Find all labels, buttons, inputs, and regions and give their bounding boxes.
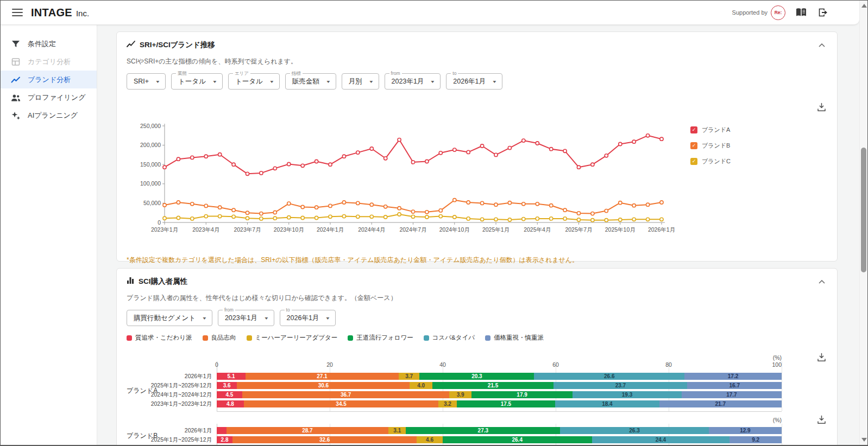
bar-segment-value: 27.3 — [478, 428, 488, 434]
bar-segment-value: 3.1 — [393, 428, 401, 434]
bar-segment-value: 34.5 — [336, 401, 346, 407]
bar-rows: ブランドB2026年1月28.73.127.326.312.92025年1月~2… — [217, 424, 782, 445]
table-row: 2025年1月~2025年12月3.630.64.021.523.716.7 — [217, 382, 782, 389]
segment-legend-item-4: コスパ&タイパ — [424, 334, 475, 342]
dropdown-floating-label: エリア — [233, 71, 250, 76]
supported-by-logo: Re: — [771, 5, 785, 20]
dropdown-selected-value: トータル — [235, 77, 263, 86]
trend-filter-dropdown-3[interactable]: 指標販売金額▼ — [285, 73, 336, 90]
bar-segment-value: 28.7 — [302, 428, 312, 434]
bar-segment: 24.4 — [592, 436, 730, 443]
sidebar-item-conditions[interactable]: 条件設定 — [1, 35, 97, 53]
collapse-chevron-up-icon[interactable] — [816, 39, 827, 51]
attr-filter-dropdown-2[interactable]: to2026年1月▼ — [280, 310, 336, 326]
sidebar-item-brand-analysis[interactable]: ブランド分析 — [1, 71, 97, 88]
bar-row-period-label: 2025年1月~2025年12月 — [151, 436, 212, 444]
axis-tick-label: 40 — [439, 361, 446, 368]
segment-legend-label: 王道流行フォロワー — [356, 334, 413, 342]
collapse-chevron-up-icon[interactable] — [816, 275, 827, 288]
download-icon[interactable] — [816, 352, 827, 365]
chevron-down-icon: ▼ — [269, 80, 274, 84]
bar-chart-title-icon — [127, 277, 134, 286]
bar-segment: 32.6 — [232, 436, 417, 443]
bar-segment-value: 21.5 — [488, 383, 498, 388]
line-chart-legend: ✓ブランドA✓ブランドB✓ブランドC — [690, 126, 731, 237]
bar-segment-value: 4.5 — [225, 392, 233, 398]
bar-segment-value: 3.2 — [444, 401, 451, 407]
logout-icon[interactable] — [817, 7, 829, 18]
trend-filter-dropdown-4[interactable]: 月別▼ — [342, 73, 379, 90]
legend-item-ブランドB[interactable]: ✓ブランドB — [690, 142, 731, 150]
segment-legend-item-1: 良品志向 — [203, 334, 236, 342]
attr-filter-dropdown-1[interactable]: from2023年1月▼ — [218, 310, 274, 326]
chevron-down-icon: ▼ — [263, 316, 269, 320]
bar-segment: 17.5 — [457, 400, 556, 407]
trend-filter-dropdown-1[interactable]: 業態トータル▼ — [171, 73, 223, 90]
bar-segment-value: 12.9 — [740, 428, 750, 434]
bar-segment-value: 4.8 — [227, 401, 234, 407]
filter-funnel-icon — [11, 39, 21, 49]
bar-segment: 3.1 — [388, 427, 406, 434]
scrollbar-down-arrow[interactable] — [861, 438, 867, 442]
dropdown-selected-value: 2023年1月 — [225, 314, 257, 323]
segment-color-swatch — [348, 335, 353, 341]
hamburger-menu-icon[interactable] — [12, 9, 23, 16]
app-window: INTAGE Inc. Supported by Re: 条件設定 — [0, 0, 868, 446]
svg-text:2024年7月: 2024年7月 — [399, 226, 426, 233]
sidebar-item-label: 条件設定 — [28, 39, 56, 49]
dropdown-floating-label: 業態 — [176, 71, 188, 76]
attribute-filter-row: 購買行動セグメント▼from2023年1月▼to2026年1月▼ — [127, 310, 827, 326]
legend-checkbox-icon: ✓ — [690, 142, 697, 149]
bar-segment: 4.8 — [217, 400, 244, 407]
segment-legend-label: ミーハーアーリーアダプター — [255, 334, 338, 342]
dropdown-floating-label: from — [389, 71, 402, 76]
bar-rows: ブランドA2026年1月5.127.13.720.326.617.22025年1… — [217, 369, 782, 411]
trend-filter-dropdown-2[interactable]: エリアトータル▼ — [228, 73, 280, 90]
trend-filter-dropdown-0[interactable]: SRI+▼ — [127, 73, 166, 90]
sidebar-item-profiling[interactable]: プロファイリング — [1, 88, 97, 106]
line-chart-svg: 050,000100,000150,000200,000250,0002023年… — [127, 120, 675, 234]
supported-by: Supported by Re: — [732, 5, 785, 20]
trend-filter-dropdown-5[interactable]: from2023年1月▼ — [385, 73, 441, 90]
bar-segment: 27.1 — [246, 373, 399, 380]
attr-filter-dropdown-0[interactable]: 購買行動セグメント▼ — [127, 310, 212, 326]
sidebar-item-label: AIプランニング — [28, 111, 78, 120]
bar-segment: 4.6 — [417, 436, 443, 443]
sidebar-item-ai-planning[interactable]: AIプランニング — [1, 106, 97, 124]
legend-label: ブランドC — [702, 157, 731, 165]
sidebar-item-label: ブランド分析 — [28, 75, 71, 85]
scrollbar-thumb[interactable] — [861, 148, 866, 272]
scrollbar-up-arrow[interactable] — [861, 4, 867, 8]
svg-text:2025年10月: 2025年10月 — [605, 226, 636, 233]
bar-segment-value: 36.7 — [341, 392, 351, 398]
download-icon[interactable] — [816, 101, 827, 114]
trend-filter-dropdown-6[interactable]: to2026年1月▼ — [446, 73, 502, 90]
segment-color-swatch — [203, 335, 208, 341]
svg-text:2023年4月: 2023年4月 — [192, 226, 219, 233]
manual-book-icon[interactable] — [795, 7, 808, 18]
percent-unit-label: (%) — [127, 354, 782, 361]
bar-segment-value: 4.0 — [417, 383, 425, 388]
bar-row-period-label: 2026年1月 — [185, 427, 212, 435]
bar-segment-value: 21.7 — [715, 401, 726, 407]
svg-text:150,000: 150,000 — [140, 161, 161, 168]
svg-text:2023年1月: 2023年1月 — [151, 226, 178, 233]
bar-segment-value: 17.9 — [517, 392, 527, 398]
bar-segment: 17.7 — [682, 391, 782, 398]
segment-legend-label: 良品志向 — [211, 334, 236, 342]
axis-tick-label: 20 — [326, 361, 333, 368]
table-row: 2023年1月~2023年12月4.834.53.217.518.421.7 — [217, 400, 782, 407]
axis-tick-label: 60 — [552, 361, 559, 368]
dropdown-floating-label: to — [451, 71, 458, 76]
bar-segment: 34.5 — [244, 400, 438, 407]
logo-secondary-text: Inc. — [76, 9, 89, 18]
bar-segment: 28.7 — [227, 427, 388, 434]
bar-segment-value: 26.4 — [512, 437, 523, 443]
sidebar-item-category-analysis[interactable]: カテゴリ分析 — [1, 53, 97, 71]
legend-checkbox-icon: ✓ — [690, 126, 697, 133]
legend-item-ブランドC[interactable]: ✓ブランドC — [690, 157, 731, 165]
download-icon[interactable] — [816, 414, 827, 427]
bar-row-period-label: 2024年1月~2024年12月 — [151, 391, 212, 399]
legend-item-ブランドA[interactable]: ✓ブランドA — [690, 126, 731, 134]
ai-sparkle-icon — [11, 111, 21, 120]
